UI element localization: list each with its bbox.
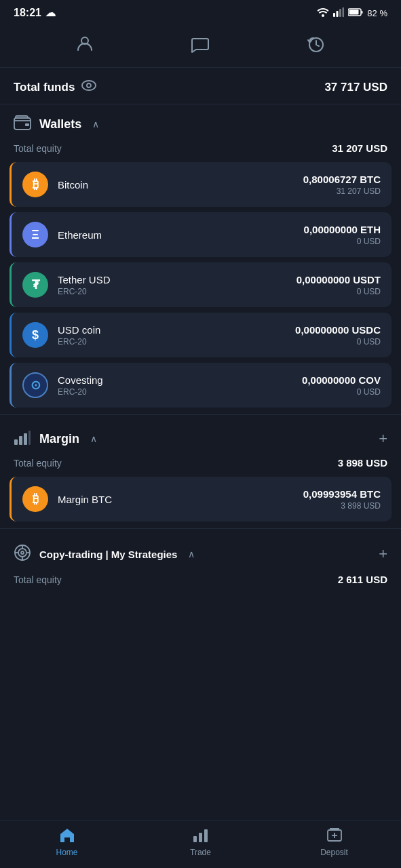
copy-trading-header: Copy-trading | My Strategies ∧ + [0, 533, 401, 571]
svg-rect-15 [19, 436, 22, 445]
trade-label: Trade [190, 848, 211, 857]
usdt-coin-icon: ₮ [22, 272, 48, 298]
home-label: Home [56, 848, 77, 857]
margin-btc-coin-icon: ₿ [22, 486, 48, 512]
wallets-icon [14, 115, 31, 133]
margin-chevron[interactable]: ∧ [90, 433, 97, 444]
eth-name: Ethereum [58, 229, 102, 241]
nav-trade-button[interactable]: Trade [134, 827, 267, 857]
svg-rect-7 [349, 9, 359, 14]
wallet-item-margin-btc-info: Margin BTC [58, 494, 112, 505]
usdc-usd: 0 USD [295, 337, 381, 347]
wallet-item-btc-left: ₿ Bitcoin [22, 172, 88, 197]
wallet-item-btc-right: 0,80006727 BTC 31 207 USD [303, 174, 381, 196]
margin-btc-name: Margin BTC [58, 494, 112, 505]
wallet-item-usdt-right: 0,00000000 USDT 0 USD [297, 274, 381, 296]
wifi-icon [317, 7, 329, 19]
nav-deposit-button[interactable]: Deposit [267, 827, 401, 857]
margin-section: Margin ∧ + Total equity 3 898 USD ₿ Marg… [0, 419, 401, 521]
eth-coin-icon: Ξ [22, 222, 48, 248]
deposit-icon [326, 827, 343, 845]
wallet-item-usdt[interactable]: ₮ Tether USD ERC-20 0,00000000 USDT 0 US… [9, 262, 392, 307]
wallet-item-usdt-left: ₮ Tether USD ERC-20 [22, 272, 111, 298]
total-funds-section: Total funds 37 717 USD [0, 68, 401, 104]
wallet-item-margin-btc[interactable]: ₿ Margin BTC 0,09993954 BTC 3 898 USD [9, 477, 392, 521]
total-funds-label: Total funds [14, 80, 96, 94]
copy-trading-equity-label: Total equity [14, 574, 62, 585]
wallets-title: Wallets [39, 117, 81, 132]
copy-trading-icon [14, 544, 31, 564]
svg-rect-2 [337, 11, 339, 17]
svg-rect-13 [25, 123, 29, 126]
wallet-item-usdt-info: Tether USD ERC-20 [58, 274, 111, 296]
svg-point-10 [82, 81, 96, 90]
btc-amount: 0,80006727 BTC [303, 174, 381, 185]
usdt-usd: 0 USD [297, 287, 381, 296]
btc-usd: 31 207 USD [303, 186, 381, 196]
battery-percent: 82 % [367, 8, 387, 18]
bottom-nav: Home Trade Deposit [0, 820, 401, 868]
svg-rect-3 [339, 9, 341, 17]
usdt-amount: 0,00000000 USDT [297, 274, 381, 285]
margin-icon [14, 430, 31, 448]
nav-home-button[interactable]: Home [0, 827, 134, 857]
margin-equity-row: Total equity 3 898 USD [0, 454, 401, 477]
wallet-item-eth-right: 0,00000000 ETH 0 USD [304, 224, 381, 246]
svg-point-11 [87, 83, 91, 87]
wallet-item-usdc[interactable]: $ USD coin ERC-20 0,00000000 USDC 0 USD [9, 313, 392, 357]
eth-amount: 0,00000000 ETH [304, 224, 381, 235]
svg-rect-17 [28, 431, 31, 445]
svg-point-19 [18, 549, 26, 557]
cloud-icon: ☁ [45, 7, 56, 19]
wallets-equity-label: Total equity [14, 143, 62, 154]
svg-rect-14 [14, 439, 18, 445]
wallet-item-usdc-left: $ USD coin ERC-20 [22, 322, 100, 348]
cov-name: Covesting [58, 374, 103, 386]
margin-btc-usd: 3 898 USD [303, 501, 381, 511]
deposit-label: Deposit [320, 848, 348, 857]
margin-equity-label: Total equity [14, 458, 62, 469]
wallet-item-cov-right: 0,00000000 COV 0 USD [302, 374, 381, 397]
svg-rect-16 [24, 433, 27, 445]
btc-name: Bitcoin [58, 179, 88, 191]
wallets-chevron[interactable]: ∧ [92, 119, 99, 130]
copy-trading-chevron[interactable]: ∧ [188, 549, 195, 559]
wallet-item-margin-btc-right: 0,09993954 BTC 3 898 USD [303, 488, 381, 511]
profile-nav-button[interactable] [75, 34, 94, 58]
home-icon [59, 827, 75, 845]
svg-rect-4 [343, 7, 345, 17]
history-nav-button[interactable] [307, 35, 326, 57]
usdc-amount: 0,00000000 USDC [295, 324, 381, 336]
usdt-subtitle: ERC-20 [58, 287, 111, 296]
total-funds-value: 37 717 USD [324, 81, 387, 94]
copy-trading-header-left: Copy-trading | My Strategies ∧ [14, 544, 195, 564]
margin-title: Margin [39, 432, 79, 446]
wallet-item-cov[interactable]: ⊙ Covesting ERC-20 0,00000000 COV 0 USD [9, 363, 392, 408]
svg-rect-27 [204, 829, 208, 842]
usdc-name: USD coin [58, 324, 100, 336]
message-nav-button[interactable] [191, 35, 210, 57]
wallets-section: Wallets ∧ Total equity 31 207 USD ₿ Bitc… [0, 104, 401, 408]
wallet-item-btc[interactable]: ₿ Bitcoin 0,80006727 BTC 31 207 USD [9, 162, 392, 207]
signal-icon [333, 7, 344, 19]
margin-add-button[interactable]: + [379, 430, 387, 448]
wallet-item-eth[interactable]: Ξ Ethereum 0,00000000 ETH 0 USD [9, 212, 392, 257]
wallet-item-margin-btc-left: ₿ Margin BTC [22, 486, 112, 512]
eye-icon[interactable] [81, 80, 96, 94]
margin-btc-amount: 0,09993954 BTC [303, 488, 381, 500]
wallets-header-left: Wallets ∧ [14, 115, 99, 133]
btc-coin-icon: ₿ [22, 172, 48, 197]
section-divider-1 [0, 414, 401, 415]
svg-point-0 [322, 14, 324, 17]
wallet-item-eth-info: Ethereum [58, 229, 102, 241]
usdt-name: Tether USD [58, 274, 111, 285]
time-display: 18:21 [14, 7, 41, 19]
top-nav [0, 24, 401, 68]
status-bar: 18:21 ☁ 82 % [0, 0, 401, 24]
section-divider-2 [0, 528, 401, 529]
eth-usd: 0 USD [304, 237, 381, 246]
wallets-header: Wallets ∧ [0, 104, 401, 140]
wallet-item-usdc-info: USD coin ERC-20 [58, 324, 100, 347]
svg-rect-1 [333, 13, 335, 17]
copy-trading-add-button[interactable]: + [379, 545, 387, 563]
